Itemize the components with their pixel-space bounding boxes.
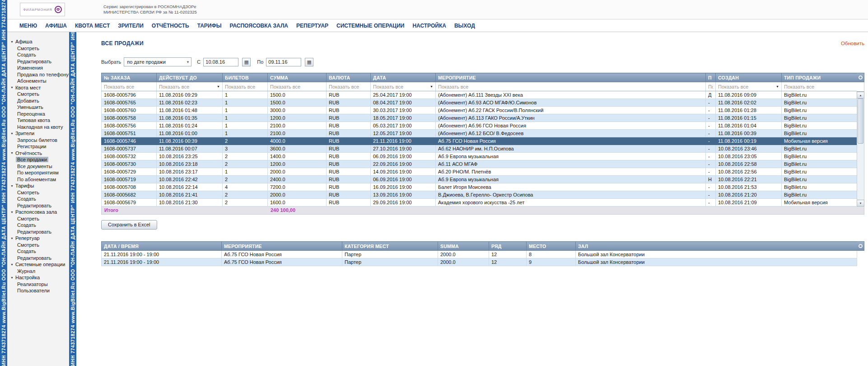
sidebar-item[interactable]: Продажа по телефону — [7, 71, 69, 78]
sidebar-item[interactable]: Смотреть — [7, 242, 69, 249]
sidebar-item[interactable]: По абонементам — [7, 176, 69, 183]
column-header-hall[interactable]: ЗАЛ — [576, 242, 857, 251]
grid-row[interactable]: 1608-000567910.08.2016 21:3021600.0RUB29… — [102, 199, 857, 206]
sidebar-section[interactable]: ▼Квота мест — [7, 84, 69, 91]
filter-cell-p[interactable]: Показать все — [706, 82, 716, 91]
save-to-excel-button[interactable]: Сохранить в Excel — [101, 220, 157, 230]
column-header-seat[interactable]: МЕСТО — [527, 242, 576, 251]
sidebar-section[interactable]: ▼Репертуар — [7, 235, 69, 242]
column-header-category[interactable]: КАТЕГОРИЯ МЕСТ — [342, 242, 438, 251]
column-header-valid-until[interactable]: ДЕЙСТВУЕТ ДО — [157, 73, 223, 82]
sidebar-section[interactable]: ▼Распоясовка зала — [7, 209, 69, 216]
date-to-calendar-button[interactable]: ▦ — [305, 58, 313, 66]
menu-item[interactable]: ТАРИФЫ — [193, 23, 226, 29]
column-header-datetime[interactable]: ДАТА / ВРЕМЯ — [102, 242, 222, 251]
sidebar-item[interactable]: По мероприятиям — [7, 169, 69, 176]
grid-menu-button[interactable] — [857, 73, 864, 82]
grid-row[interactable]: 1608-000570810.08.2016 22:1447200.0RUB16… — [102, 183, 857, 191]
sidebar-item[interactable]: Создать — [7, 52, 69, 58]
filter-cell-created[interactable]: Показать все▼ — [716, 82, 782, 91]
sidebar-item[interactable]: Все продажи — [7, 156, 69, 163]
column-header-created[interactable]: СОЗДАН — [716, 73, 782, 82]
sidebar-section[interactable]: ▼Отчётность — [7, 150, 69, 157]
sidebar-item[interactable]: Типовая квота — [7, 117, 69, 124]
column-header-tickets[interactable]: БИЛЕТОВ — [223, 73, 268, 82]
filter-cell-date[interactable]: Показать все▼ — [371, 82, 436, 91]
column-header-summa[interactable]: SUMMA — [438, 242, 489, 251]
sidebar-item[interactable]: Смотреть — [7, 45, 69, 52]
scroll-up-button[interactable]: ▲ — [857, 92, 864, 99]
menu-item[interactable]: СИСТЕМНЫЕ ОПЕРАЦИИ — [332, 23, 408, 29]
detail-grid-menu-button[interactable] — [857, 241, 864, 251]
filter-dropdown-arrow-icon[interactable]: ▼ — [217, 83, 220, 90]
sidebar-item[interactable]: Абонементы — [7, 78, 69, 84]
sidebar-item[interactable]: Редактировать — [7, 202, 69, 209]
grid-row[interactable]: 1608-000575111.08.2016 01:0012100.0RUB12… — [102, 130, 857, 137]
grid-row[interactable]: 1608-000579611.08.2016 09:2911500.0RUB25… — [102, 91, 857, 99]
column-header-event[interactable]: МЕРОПРИЯТИЕ — [222, 242, 342, 251]
sidebar-item[interactable]: Редактировать — [7, 255, 69, 262]
sidebar-item[interactable]: Смотреть — [7, 91, 69, 98]
column-header-date[interactable]: ДАТА — [371, 73, 436, 82]
menu-item[interactable]: КВОТА МЕСТ — [71, 23, 114, 29]
sidebar-section[interactable]: ▼Зрители — [7, 130, 69, 137]
grid-row[interactable]: 1608-000576011.08.2016 01:4813000.0RUB30… — [102, 107, 857, 114]
filter-mode-select[interactable]: по дате продажи ▾ — [124, 57, 191, 66]
sidebar-item[interactable]: Запросы билетов — [7, 137, 69, 144]
scroll-down-button[interactable]: ▼ — [857, 200, 864, 206]
menu-item[interactable]: ЗРИТЕЛИ — [114, 23, 148, 29]
filter-cell-order[interactable]: Показать все — [102, 82, 157, 91]
menu-item[interactable]: ВЫХОД — [450, 23, 479, 29]
sidebar-section[interactable]: ▼Настройка — [7, 274, 69, 281]
sidebar-item[interactable]: Создать — [7, 196, 69, 202]
sidebar-item[interactable]: Переоценка — [7, 111, 69, 117]
column-header-order[interactable]: № ЗАКАЗА — [102, 73, 157, 82]
sidebar-item[interactable]: Смотреть — [7, 216, 69, 222]
refresh-link[interactable]: Обновить — [841, 41, 864, 46]
grid-row[interactable]: 21.11.2016 19:00 - 19:00Аб.75 ГСО Новая … — [102, 258, 857, 266]
filter-cell-valid-until[interactable]: Показать все▼ — [157, 82, 223, 91]
sidebar-item[interactable]: Регистрации — [7, 143, 69, 150]
sidebar-section[interactable]: ▼Афиша — [7, 38, 69, 45]
grid-row[interactable]: 1608-000568210.08.2016 21:4122000.0RUB13… — [102, 191, 857, 199]
scroll-thumb[interactable] — [858, 99, 863, 144]
sidebar-item[interactable]: Добавить — [7, 98, 69, 104]
sidebar-item[interactable]: Редактировать — [7, 229, 69, 235]
menu-item[interactable]: РЕПЕРТУАР — [292, 23, 332, 29]
grid-row[interactable]: 1608-000574611.08.2016 00:3924000.0RUB21… — [102, 137, 857, 145]
menu-item[interactable]: ОТЧЁТНОСТЬ — [148, 23, 193, 29]
grid-row[interactable]: 1608-000575811.08.2016 01:3511200.0RUB18… — [102, 114, 857, 122]
sidebar-item[interactable]: Создать — [7, 222, 69, 229]
grid-row[interactable]: 1608-000571910.08.2016 22:4222400.0RUB06… — [102, 176, 857, 183]
sidebar-item[interactable]: Уменьшить — [7, 104, 69, 111]
sidebar-item[interactable]: Пользователи — [7, 287, 69, 294]
sidebar-item[interactable]: Создать — [7, 248, 69, 255]
column-header-p[interactable]: П — [706, 73, 716, 82]
menu-item[interactable]: АФИША — [41, 23, 71, 29]
sidebar-item[interactable]: Редактировать — [7, 58, 69, 65]
filter-cell-currency[interactable]: Показать все — [327, 82, 371, 91]
filter-cell-sale-type[interactable]: Показать все — [782, 82, 857, 91]
grid-row[interactable]: 1608-000573010.08.2016 23:1821200.0RUB22… — [102, 160, 857, 168]
sidebar-item[interactable]: Изменения — [7, 65, 69, 71]
filter-dropdown-arrow-icon[interactable]: ▼ — [776, 83, 779, 90]
column-header-sale-type[interactable]: ТИП ПРОДАЖИ — [782, 73, 857, 82]
column-header-currency[interactable]: ВАЛЮТА — [327, 73, 371, 82]
scroll-track[interactable] — [857, 99, 864, 200]
menu-item[interactable]: МЕНЮ — [15, 23, 41, 29]
sidebar-item[interactable]: Смотреть — [7, 189, 69, 196]
filter-dropdown-arrow-icon[interactable]: ▼ — [430, 83, 433, 90]
sidebar-section[interactable]: ▼Системные операции — [7, 261, 69, 268]
grid-row[interactable]: 1608-000572910.08.2016 23:1712000.0RUB14… — [102, 168, 857, 176]
filter-cell-tickets[interactable]: Показать все — [223, 82, 268, 91]
filter-cell-event[interactable]: Показать все — [436, 82, 706, 91]
menu-item[interactable]: РАСПОЯСОВКА ЗАЛА — [225, 23, 292, 29]
column-header-row[interactable]: РЯД — [489, 242, 527, 251]
sidebar-section[interactable]: ▼Тарифы — [7, 183, 69, 189]
grid-row[interactable]: 1608-000576511.08.2016 02:2311500.0RUB08… — [102, 99, 857, 107]
grid-row[interactable]: 1608-000573711.08.2016 00:0733600.0RUB27… — [102, 145, 857, 153]
date-from-input[interactable] — [203, 58, 238, 66]
sidebar-item[interactable]: Все документы — [7, 163, 69, 170]
grid-row[interactable]: 21.11.2016 19:00 - 19:00Аб.75 ГСО Новая … — [102, 251, 857, 258]
sidebar-item[interactable]: Реализаторы — [7, 281, 69, 288]
